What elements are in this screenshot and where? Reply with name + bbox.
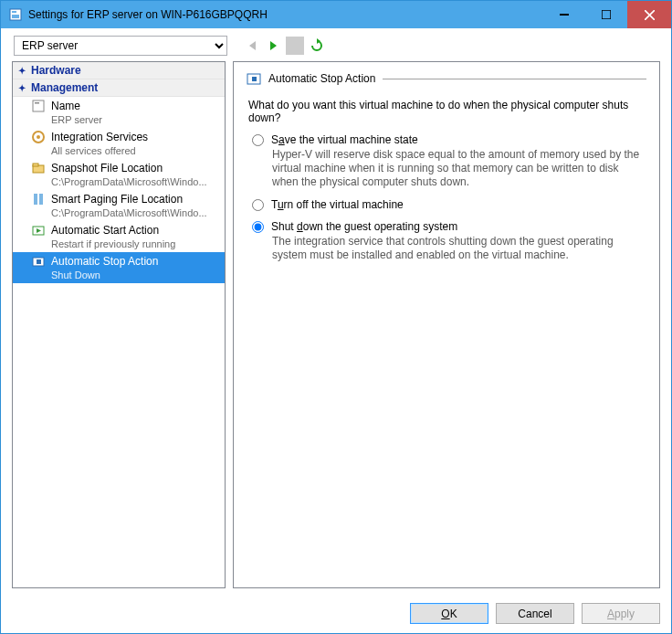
sidebar-item-label: Smart Paging File Location [51,193,183,206]
sidebar-item-label: Automatic Stop Action [51,255,158,268]
sidebar-item-label: Snapshot File Location [51,162,163,174]
stop-action-icon [247,71,261,86]
option-turn-off[interactable]: Turn off the virtual machine [252,198,646,211]
toolbar-nav [244,37,326,55]
name-icon [31,99,46,113]
close-button[interactable] [627,1,671,28]
svg-rect-16 [34,194,37,205]
sidebar-item-label: Integration Services [51,131,148,143]
maximize-button[interactable] [585,1,627,28]
sidebar-item-label: Name [51,100,80,112]
sidebar-item-snapshot-location[interactable]: Snapshot File Location C:\ProgramData\Mi… [13,159,225,190]
sidebar-group-label: Management [31,81,98,94]
svg-rect-11 [35,102,39,104]
svg-rect-21 [37,259,41,264]
toolbar: ERP server [1,28,671,61]
sidebar-group-hardware[interactable]: ✦ Hardware [13,62,225,79]
title-bar: Settings for ERP server on WIN-P616GBPQQ… [1,1,671,28]
sidebar-item-smart-paging[interactable]: Smart Paging File Location C:\ProgramDat… [13,190,225,221]
option-label: Save the virtual machine state [271,133,418,146]
refresh-button[interactable] [308,37,326,55]
start-action-icon [31,223,46,238]
sidebar-item-sub: All services offered [31,144,221,157]
svg-marker-8 [270,41,277,50]
sidebar-item-auto-stop[interactable]: Automatic Stop Action Shut Down [13,252,225,283]
sidebar-items: Name ERP server Integration Services All… [13,97,225,283]
settings-window: Settings for ERP server on WIN-P616GBPQQ… [0,0,672,634]
option-label: Turn off the virtual machine [271,198,404,211]
prompt-text: What do you want this virtual machine to… [248,99,646,124]
apply-button: Apply [582,603,660,624]
section-title: Automatic Stop Action [268,72,375,85]
app-icon [8,7,23,22]
vm-selector[interactable]: ERP server [14,36,227,56]
settings-sidebar: ✦ Hardware ✦ Management Name ERP server [12,61,226,588]
settings-content: Automatic Stop Action What do you want t… [233,61,660,588]
svg-point-13 [37,135,40,139]
option-description: Hyper-V will reserve disk space equal to… [272,148,646,189]
section-divider [383,79,646,79]
sidebar-group-label: Hardware [31,64,81,77]
toolbar-divider [286,37,304,55]
sidebar-item-label: Automatic Start Action [51,224,159,237]
services-icon [31,130,46,144]
chevron-icon: ✦ [18,66,26,76]
svg-rect-1 [12,11,16,13]
svg-rect-23 [252,77,257,81]
radio-turn-off[interactable] [252,199,264,211]
section-header: Automatic Stop Action [247,71,646,86]
cancel-button[interactable]: Cancel [496,603,574,624]
svg-rect-3 [560,14,569,16]
svg-marker-7 [249,41,256,50]
option-description: The integration service that controls sh… [272,235,646,262]
sidebar-item-sub: Restart if previously running [31,238,221,250]
paging-icon [31,192,46,206]
window-buttons [543,1,671,28]
sidebar-item-sub: ERP server [31,113,221,126]
sidebar-item-sub: C:\ProgramData\Microsoft\Windo... [31,175,221,188]
stop-action-icon [31,254,46,269]
svg-rect-2 [12,15,19,18]
radio-save-state[interactable] [252,134,264,146]
sidebar-item-auto-start[interactable]: Automatic Start Action Restart if previo… [13,221,225,252]
option-shut-down[interactable]: Shut down the guest operating system [252,220,646,233]
option-label: Shut down the guest operating system [271,220,457,233]
svg-rect-15 [33,164,38,166]
nav-prev-button[interactable] [244,37,262,55]
option-save-state[interactable]: Save the virtual machine state [252,133,646,146]
window-title: Settings for ERP server on WIN-P616GBPQQ… [28,8,543,21]
sidebar-item-integration-services[interactable]: Integration Services All services offere… [13,128,225,159]
dialog-body: ✦ Hardware ✦ Management Name ERP server [1,61,671,596]
sidebar-group-management[interactable]: ✦ Management [13,79,225,97]
svg-rect-4 [602,10,611,19]
nav-next-button[interactable] [264,37,282,55]
chevron-icon: ✦ [18,83,26,93]
svg-rect-17 [39,194,43,205]
radio-shut-down[interactable] [252,221,264,233]
minimize-button[interactable] [543,1,585,28]
sidebar-item-sub: Shut Down [31,269,221,281]
folder-icon [31,161,46,175]
sidebar-item-sub: C:\ProgramData\Microsoft\Windo... [31,206,221,219]
sidebar-item-name[interactable]: Name ERP server [13,97,225,128]
ok-button[interactable]: OK [410,603,488,624]
dialog-footer: OK Cancel Apply [1,596,671,633]
svg-rect-10 [33,100,44,111]
